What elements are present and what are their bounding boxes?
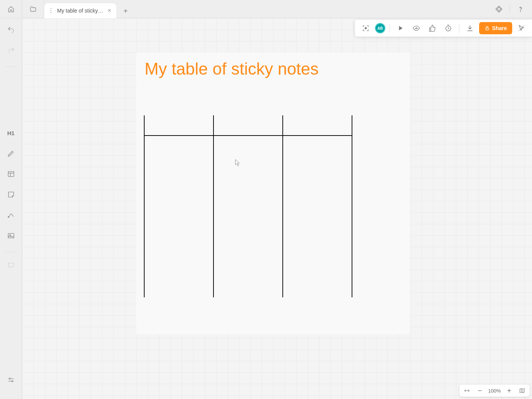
zoom-in-button[interactable]	[504, 385, 514, 396]
avatar[interactable]: AB	[375, 23, 385, 34]
folder-icon	[30, 6, 37, 13]
settings-button[interactable]	[4, 373, 18, 387]
plus-icon	[506, 388, 512, 394]
new-tab-button[interactable]: +	[119, 5, 132, 18]
image-icon	[7, 232, 15, 239]
table-line[interactable]	[352, 115, 352, 297]
pen-icon	[7, 150, 15, 157]
share-button[interactable]: Share	[479, 22, 512, 34]
lock-icon	[484, 26, 490, 31]
help-icon	[517, 5, 524, 13]
canvas[interactable]: My table of sticky notes AB	[22, 18, 532, 399]
undo-button[interactable]	[4, 23, 18, 37]
home-icon	[8, 6, 14, 13]
table-line[interactable]	[213, 115, 214, 297]
diamond-icon	[495, 5, 503, 13]
svg-point-7	[11, 381, 13, 382]
more-tools-button[interactable]	[4, 258, 18, 272]
tab-title: My table of sticky…	[57, 8, 103, 14]
title-frame[interactable]: My table of sticky notes	[136, 53, 410, 334]
pointer-icon	[518, 24, 525, 32]
minimap-button[interactable]	[517, 385, 527, 396]
tab-active[interactable]: ⋮ My table of sticky… ×	[44, 3, 116, 18]
tab-close-button[interactable]: ×	[104, 7, 111, 14]
table-line[interactable]	[144, 115, 145, 297]
home-button[interactable]	[0, 0, 22, 18]
collab-toolbar: AB Share	[355, 20, 532, 37]
thumbsup-icon	[428, 24, 436, 32]
image-tool[interactable]	[4, 229, 18, 243]
top-bar: ⋮ My table of sticky… × +	[0, 0, 532, 18]
undo-icon	[7, 26, 15, 34]
focus-button[interactable]	[359, 21, 373, 35]
download-icon	[466, 24, 474, 32]
redo-button[interactable]	[4, 43, 18, 57]
eye-icon	[413, 24, 420, 32]
svg-rect-1	[8, 171, 14, 176]
pen-tool[interactable]	[4, 147, 18, 160]
svg-point-0	[521, 11, 521, 11]
divider	[5, 252, 17, 252]
layout-tool[interactable]	[4, 167, 18, 181]
zoom-level[interactable]: 100%	[487, 388, 502, 394]
view-button[interactable]	[409, 21, 423, 35]
play-icon	[397, 24, 404, 32]
divider	[5, 66, 17, 67]
topbar-left: ⋮ My table of sticky… × +	[0, 0, 132, 18]
zoom-out-button[interactable]	[475, 385, 485, 396]
left-toolbar: H1	[0, 18, 22, 399]
pointer-toggle[interactable]	[514, 21, 528, 35]
tab-menu-icon[interactable]: ⋮	[48, 7, 54, 14]
divider	[389, 24, 390, 33]
svg-point-2	[8, 217, 9, 218]
sticky-icon	[7, 191, 15, 198]
page-title[interactable]: My table of sticky notes	[145, 59, 402, 78]
topbar-right	[492, 2, 532, 16]
map-icon	[519, 388, 525, 394]
tabs: ⋮ My table of sticky… × +	[44, 0, 132, 18]
svg-rect-5	[8, 263, 13, 267]
timer-button[interactable]	[441, 21, 455, 35]
table-line[interactable]	[282, 115, 283, 297]
help-button[interactable]	[514, 2, 527, 16]
svg-point-8	[365, 27, 366, 29]
present-button[interactable]	[393, 21, 407, 35]
svg-rect-10	[486, 28, 489, 30]
sticky-note-tool[interactable]	[4, 188, 18, 201]
fit-icon	[464, 388, 470, 394]
layout-icon	[7, 170, 15, 178]
focus-icon	[362, 24, 370, 32]
share-label: Share	[492, 25, 507, 31]
download-button[interactable]	[463, 21, 477, 35]
divider	[510, 5, 510, 14]
svg-point-6	[9, 378, 10, 379]
reactions-button[interactable]	[425, 21, 439, 35]
fit-button[interactable]	[462, 385, 472, 396]
minus-icon	[477, 388, 483, 394]
heading-tool[interactable]: H1	[4, 126, 18, 140]
app-menu-button[interactable]	[492, 2, 506, 16]
table-line[interactable]	[144, 135, 352, 136]
line-icon	[7, 211, 15, 219]
more-icon	[7, 261, 15, 269]
zoom-bar: 100%	[459, 385, 530, 397]
folder-button[interactable]	[22, 0, 44, 18]
divider	[459, 24, 459, 33]
settings-icon	[7, 376, 15, 384]
redo-icon	[7, 46, 15, 54]
timer-icon	[444, 24, 452, 32]
connector-tool[interactable]	[4, 208, 18, 222]
